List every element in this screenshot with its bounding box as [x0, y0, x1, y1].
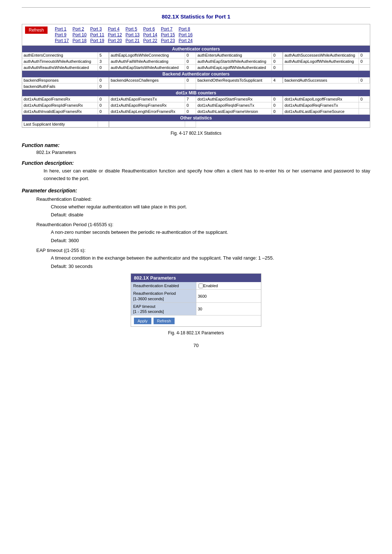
port-link-port-19[interactable]: Port 19: [90, 38, 104, 43]
port-link-port-11[interactable]: Port 11: [90, 32, 104, 37]
port-link-port-4[interactable]: Port 4: [108, 27, 122, 32]
stat-value: 5: [98, 52, 109, 58]
table-row: Last Supplicant Identity: [22, 121, 196, 127]
stat-value: 0: [359, 77, 370, 83]
stat-value: 0: [185, 52, 196, 58]
dot1x-section: dot1x MIB counters dot1xAuthEapolFramesR…: [22, 90, 370, 115]
stat-label: dot1xAuthEapolFramesTx: [109, 96, 185, 102]
port-link-port-5[interactable]: Port 5: [126, 27, 140, 32]
stat-value: 3: [98, 58, 109, 64]
stat-value: 0: [359, 58, 370, 64]
apply-button[interactable]: Apply: [134, 318, 151, 324]
port-link-port-16[interactable]: Port 16: [179, 32, 193, 37]
function-description-label: Function description:: [22, 160, 370, 166]
stat-label: [283, 65, 359, 70]
port-links-area: Port 1Port 2Port 3Port 4Port 5Port 6Port…: [55, 27, 193, 43]
port-link-port-13[interactable]: Port 13: [126, 32, 140, 37]
port-link-port-12[interactable]: Port 12: [108, 32, 122, 37]
table-row: dot1xAuthEapolReqIdFramesTx0dot1xAuthEap…: [196, 102, 370, 109]
param-desc: Choose whether regular authentication wi…: [51, 203, 370, 211]
stat-label: authAuthFailWhileAuthenticating: [109, 58, 185, 64]
table-row: authEntersAuthenticating0authAuthSuccess…: [196, 52, 370, 58]
params-box-label: Reauthentication Enabled: [131, 282, 196, 289]
port-link-port-7[interactable]: Port 7: [161, 27, 175, 32]
port-link-port-17[interactable]: Port 17: [55, 38, 69, 43]
stat-label: [109, 121, 185, 127]
stat-label: dot1xAuthInvalidEapolFramesRx: [22, 109, 98, 114]
reauthentication-enabled-checkbox[interactable]: [199, 284, 203, 288]
table-row: authEntersConnecting5authEapLogoffsWhile…: [22, 52, 196, 58]
port-link-port-3[interactable]: Port 3: [90, 27, 104, 32]
stats-table: Refresh Port 1Port 2Port 3Port 4Port 5Po…: [22, 24, 370, 128]
params-refresh-button[interactable]: Refresh: [154, 318, 175, 324]
stat-label: Last Supplicant Identity: [22, 121, 98, 127]
stat-label: dot1xAuthEapLengthErrorFramesRx: [109, 109, 185, 114]
stat-label: authAuthEapStartsWhileAuthenticated: [109, 65, 185, 70]
page-title: 802.1X Statistics for Port 1: [22, 13, 370, 20]
stat-value: 0: [185, 65, 196, 70]
port-link-port-1[interactable]: Port 1: [55, 27, 69, 32]
stat-value: 0: [185, 109, 196, 114]
stat-label: dot1xAuthEapolReqIdFramesTx: [196, 102, 272, 108]
stat-value: 0: [98, 65, 109, 70]
port-link-port-6[interactable]: Port 6: [143, 27, 158, 32]
table-row: dot1xAuthLastEapolFrameVersion0dot1xAuth…: [196, 109, 370, 115]
stat-label: authAuthReauthsWhileAuthenticated: [22, 65, 98, 70]
stat-label: dot1xAuthEapolStartFramesRx: [196, 96, 272, 102]
stat-label: authAuthEapStartsWhileAuthenticating: [196, 58, 272, 64]
params-box-buttons: ApplyRefresh: [131, 315, 261, 326]
stat-label: authEapLogoffsWhileConnecting: [109, 52, 185, 58]
port-link-port-18[interactable]: Port 18: [73, 38, 87, 43]
stat-label: dot1xAuthEapolReqFramesTx: [283, 102, 359, 108]
port-link-port-24[interactable]: Port 24: [179, 38, 193, 43]
stat-label: backendAuthFails: [22, 83, 98, 89]
refresh-button[interactable]: Refresh: [25, 27, 48, 34]
table-row: backendResponses0backendAccessChallenges…: [22, 77, 196, 83]
stat-label: authAuthTimeoutsWhileAuthenticating: [22, 58, 98, 64]
stat-value: 0: [272, 65, 283, 70]
stat-value: 0: [98, 96, 109, 102]
port-link-port-22[interactable]: Port 22: [143, 38, 158, 43]
stat-label: [109, 83, 185, 89]
other-section: Other statistics Last Supplicant Identit…: [22, 115, 370, 127]
port-link-port-21[interactable]: Port 21: [126, 38, 140, 43]
stat-label: backendOtherRequestsToSupplicant: [196, 77, 272, 83]
params-box-title: 802.1X Parameters: [131, 274, 261, 282]
stat-label: authEntersConnecting: [22, 52, 98, 58]
param-name: EAP timeout ((1-255 s):: [36, 248, 370, 253]
port-link-port-10[interactable]: Port 10: [73, 32, 87, 37]
port-link-port-14[interactable]: Port 14: [143, 32, 158, 37]
params-box-row: EAP timeout [1 - 255 seconds]: [131, 303, 261, 316]
stat-value: [185, 83, 196, 89]
stat-value: 0: [185, 58, 196, 64]
params-box-label: EAP timeout [1 - 255 seconds]: [131, 303, 196, 315]
port-link-port-2[interactable]: Port 2: [73, 27, 87, 32]
param-name: Reauthentication Period (1-65535 s):: [36, 222, 370, 227]
stat-label: authAuthSuccessesWhileAuthenticating: [283, 52, 359, 58]
stat-label: backendAccessChallenges: [109, 77, 185, 83]
stat-value: 0: [272, 58, 283, 64]
parameter-description-label: Parameter description:: [22, 188, 370, 194]
params-box-body: Reauthentication Enabled EnabledReauthen…: [131, 282, 261, 326]
param-desc: A non-zero number seconds between the pe…: [51, 229, 370, 236]
table-row: authAuthTimeoutsWhileAuthenticating3auth…: [22, 58, 196, 65]
checkbox-area: Enabled: [196, 282, 261, 289]
port-link-port-15[interactable]: Port 15: [161, 32, 175, 37]
fig18-caption: Fig. 4-18 802.1X Parameters: [22, 330, 370, 335]
stat-label: backendAuthSuccesses: [283, 77, 359, 83]
port-link-port-9[interactable]: Port 9: [55, 32, 69, 37]
port-link-port-20[interactable]: Port 20: [108, 38, 122, 43]
table-row: dot1xAuthEapolRespIdFramesRx0dot1xAuthEa…: [22, 102, 196, 109]
authenticator-header: Authenticator counters: [22, 46, 370, 52]
port-link-port-23[interactable]: Port 23: [161, 38, 175, 43]
port-link-port-8[interactable]: Port 8: [179, 27, 193, 32]
stat-label: dot1xAuthEapolRespFramesRx: [109, 102, 185, 108]
stat-value: [98, 121, 109, 127]
params-box-input[interactable]: [196, 290, 261, 302]
params-box-input[interactable]: [196, 303, 261, 315]
param-name: Reauthentication Enabled:: [36, 196, 370, 202]
page-number: 70: [22, 343, 370, 348]
stat-label: dot1xAuthEapolRespIdFramesRx: [22, 102, 98, 108]
stat-value: 0: [272, 109, 283, 114]
function-name-label: Function name:: [22, 142, 370, 148]
